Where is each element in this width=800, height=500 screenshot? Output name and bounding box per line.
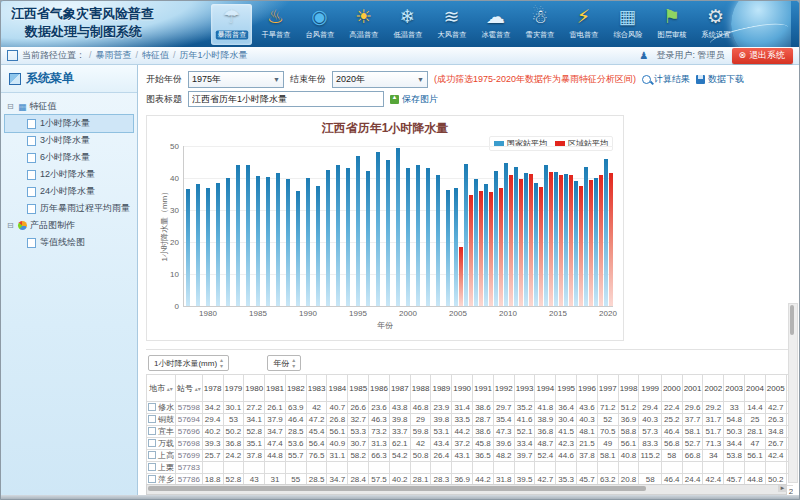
toolbar-item-雪灾普查[interactable]: ☃雪灾普查 bbox=[519, 4, 560, 45]
legend-item-区域站平均[interactable]: 区域站平均 bbox=[555, 138, 608, 149]
column-header-year-1978[interactable]: 1978 bbox=[202, 375, 223, 402]
sidebar-group-特征值[interactable]: ⊟▦特征值 bbox=[5, 98, 133, 115]
year-sort-dropdown[interactable]: 年份 ▴▾ bbox=[267, 355, 301, 371]
sidebar-item-历年暴雨过程平均雨量[interactable]: 历年暴雨过程平均雨量 bbox=[5, 200, 133, 217]
column-header-year-1996[interactable]: 1996 bbox=[577, 375, 598, 402]
row-checkbox[interactable] bbox=[148, 427, 156, 435]
value-cell bbox=[745, 462, 766, 474]
breadcrumb-link[interactable]: 历年1小时降水量 bbox=[180, 50, 248, 60]
typhoon-icon: ◉ bbox=[311, 4, 328, 30]
sidebar-item-12小时降水量[interactable]: 12小时降水量 bbox=[5, 166, 133, 183]
toolbar-item-台风普查[interactable]: ◉台风普查 bbox=[299, 4, 340, 45]
column-header-year-2003[interactable]: 2003 bbox=[724, 375, 745, 402]
user-icon: ♟ bbox=[639, 50, 648, 61]
value-cell: 23.6 bbox=[369, 402, 390, 414]
bar-regional-2009 bbox=[499, 188, 503, 306]
bar-national-2007 bbox=[474, 179, 478, 306]
column-header-year-1983[interactable]: 1983 bbox=[306, 375, 327, 402]
value-cell: 14.4 bbox=[745, 402, 766, 414]
toolbar-item-高温普查[interactable]: ☀高温普查 bbox=[343, 4, 384, 45]
toolbar-item-综合风险[interactable]: ▦综合风险 bbox=[607, 4, 648, 45]
row-checkbox[interactable] bbox=[148, 403, 156, 411]
column-header-year-2004[interactable]: 2004 bbox=[745, 375, 766, 402]
toolbar-item-暴雨普查[interactable]: ☂暴雨普查 bbox=[211, 4, 252, 45]
sidebar-item-等值线绘图[interactable]: 等值线绘图 bbox=[5, 234, 133, 251]
toolbar-item-图层审核[interactable]: ⚑图层审核 bbox=[651, 4, 692, 45]
column-header-year-1980[interactable]: 1980 bbox=[244, 375, 265, 402]
value-cell: 58.1 bbox=[682, 426, 703, 438]
horizontal-scrollbar[interactable]: ► bbox=[146, 484, 787, 495]
sidebar-group-产品图制作[interactable]: ⊟产品图制作 bbox=[5, 217, 133, 234]
row-checkbox[interactable] bbox=[148, 463, 156, 471]
scroll-right-arrow-icon[interactable]: ► bbox=[778, 485, 787, 492]
column-header-year-1979[interactable]: 1979 bbox=[223, 375, 244, 402]
data-download-button[interactable]: 数据下载 bbox=[696, 73, 744, 86]
station-id-cell: 57696 bbox=[176, 426, 203, 438]
value-cell: 29.6 bbox=[682, 402, 703, 414]
column-header-year-2005[interactable]: 2005 bbox=[765, 375, 786, 402]
value-type-dropdown[interactable]: 1小时降水量(mm) ▴▾ bbox=[148, 355, 229, 371]
sidebar-item-1小时降水量[interactable]: 1小时降水量 bbox=[5, 115, 133, 132]
start-year-select[interactable]: 1975年▼ bbox=[188, 71, 284, 88]
calculate-result-button[interactable]: 计算结果 bbox=[642, 73, 690, 86]
column-header-year-1990[interactable]: 1990 bbox=[452, 375, 473, 402]
toolbar-item-干旱普查[interactable]: ♨干旱普查 bbox=[255, 4, 296, 45]
toolbar-item-冰雹普查[interactable]: ☁冰雹普查 bbox=[475, 4, 516, 45]
exit-system-button[interactable]: ⊗ 退出系统 bbox=[732, 48, 793, 64]
column-header-station[interactable]: 站号 ▴▾ bbox=[176, 375, 203, 402]
save-image-button[interactable]: 保存图片 bbox=[390, 93, 438, 106]
sidebar-item-6小时降水量[interactable]: 6小时降水量 bbox=[5, 149, 133, 166]
x-tick-label: 2000 bbox=[393, 309, 423, 318]
table-header-row: 地市 ▴▾站号 ▴▾197819791980198119821983198419… bbox=[147, 375, 794, 402]
column-header-year-1991[interactable]: 1991 bbox=[473, 375, 494, 402]
chart-title-input[interactable] bbox=[188, 91, 384, 107]
breadcrumb-link[interactable]: 暴雨普查 bbox=[96, 50, 132, 60]
column-header-year-2002[interactable]: 2002 bbox=[703, 375, 724, 402]
column-header-year-1989[interactable]: 1989 bbox=[431, 375, 452, 402]
column-header-year-1994[interactable]: 1994 bbox=[535, 375, 556, 402]
sidebar-item-24小时降水量[interactable]: 24小时降水量 bbox=[5, 183, 133, 200]
column-header-year-1995[interactable]: 1995 bbox=[556, 375, 577, 402]
column-header-year-1984[interactable]: 1984 bbox=[327, 375, 348, 402]
column-header-year-2001[interactable]: 2001 bbox=[682, 375, 703, 402]
legend-item-国家站平均[interactable]: 国家站平均 bbox=[494, 138, 547, 149]
station-name-cell: 宜丰 bbox=[147, 426, 176, 438]
row-checkbox[interactable] bbox=[148, 439, 156, 447]
vertical-scrollbar[interactable] bbox=[788, 303, 798, 483]
toolbar-item-大风普查[interactable]: ≋大风普查 bbox=[431, 4, 472, 45]
value-cell: 34.2 bbox=[202, 402, 223, 414]
sidebar-item-3小时降水量[interactable]: 3小时降水量 bbox=[5, 132, 133, 149]
column-header-year-1993[interactable]: 1993 bbox=[514, 375, 535, 402]
breadcrumb-link[interactable]: 特征值 bbox=[142, 50, 169, 60]
row-checkbox[interactable] bbox=[148, 415, 156, 423]
value-cell: 52.7 bbox=[682, 438, 703, 450]
column-header-year-1987[interactable]: 1987 bbox=[389, 375, 410, 402]
chart-title-label: 图表标题 bbox=[146, 93, 182, 106]
horizontal-scrollbar-thumb[interactable] bbox=[148, 486, 646, 491]
end-year-select[interactable]: 2020年▼ bbox=[332, 71, 428, 88]
row-checkbox[interactable] bbox=[148, 475, 156, 483]
column-header-year-1999[interactable]: 1999 bbox=[639, 375, 661, 402]
column-header-year-1981[interactable]: 1981 bbox=[265, 375, 286, 402]
column-header-year-1998[interactable]: 1998 bbox=[618, 375, 639, 402]
bar-national-2006 bbox=[464, 164, 468, 306]
column-header-year-1997[interactable]: 1997 bbox=[597, 375, 618, 402]
row-checkbox[interactable] bbox=[148, 451, 156, 459]
column-header-year-1992[interactable]: 1992 bbox=[493, 375, 514, 402]
value-cell: 76.5 bbox=[306, 450, 327, 462]
toolbar-item-雷电普查[interactable]: ⚡雷电普查 bbox=[563, 4, 604, 45]
vertical-scrollbar-thumb[interactable] bbox=[790, 305, 794, 335]
table-row: 宜丰5769640.250.252.834.728.545.456.153.37… bbox=[147, 426, 794, 438]
toolbar-item-低温普查[interactable]: ❄低温普查 bbox=[387, 4, 428, 45]
column-header-region[interactable]: 地市 ▴▾ bbox=[147, 375, 176, 402]
value-cell bbox=[202, 462, 223, 474]
column-header-year-1982[interactable]: 1982 bbox=[285, 375, 306, 402]
column-header-year-1986[interactable]: 1986 bbox=[369, 375, 390, 402]
bar-national-1983 bbox=[236, 165, 240, 306]
toolbar-item-系统设置[interactable]: ⚙系统设置 bbox=[695, 4, 736, 45]
tree-expander-icon[interactable]: ⊟ bbox=[7, 102, 15, 111]
tree-expander-icon[interactable]: ⊟ bbox=[7, 221, 15, 230]
column-header-year-1988[interactable]: 1988 bbox=[410, 375, 431, 402]
column-header-year-2000[interactable]: 2000 bbox=[661, 375, 682, 402]
column-header-year-1985[interactable]: 1985 bbox=[348, 375, 369, 402]
